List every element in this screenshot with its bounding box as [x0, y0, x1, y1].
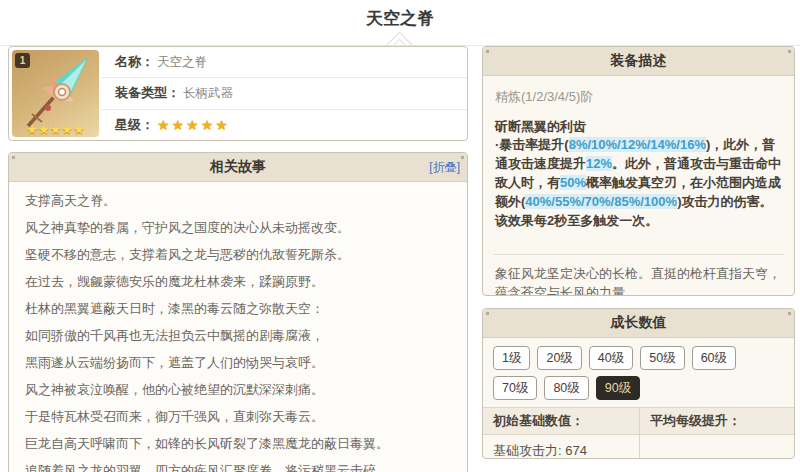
story-line: 在过去，觊觎蒙德安乐的魔龙杜林袭来，蹂躏原野。 [25, 275, 451, 289]
refine-rank-badge: 1 [15, 53, 30, 68]
story-line: 如同骄傲的千风再也无法担负云中飘摇的剧毒腐液， [25, 329, 451, 343]
name-label: 名称： [115, 53, 154, 71]
passive-skill-name: 斫断黑翼的利齿 [495, 118, 782, 135]
passive-skill-description: ·暴击率提升(8%/10%/12%/14%/16%)，此外，普通攻击速度提升12… [495, 135, 782, 230]
growth-table: 初始基础数值： 平均每级提升： 基础攻击力: 674 元素充能效率: 36.8% [483, 407, 794, 459]
description-divider [493, 254, 784, 255]
skill-text-segment: 8%/10%/12%/14%/16% [569, 137, 706, 152]
level-tab[interactable]: 80级 [544, 376, 588, 400]
level-tab[interactable]: 50级 [640, 346, 684, 370]
level-tab[interactable]: 60级 [692, 346, 736, 370]
type-value: 长柄武器 [183, 85, 233, 102]
skill-text-segment: 50% [560, 175, 586, 190]
story-line: 追随着风之龙的羽翼，四方的疾风汇聚席卷，将污秽黑云击碎。 [25, 464, 451, 472]
name-value: 天空之脊 [157, 54, 207, 71]
level-tabs: 1级20级40级50级60级70级80级90级 [483, 338, 794, 407]
description-body: 精炼(1/2/3/4/5)阶 斫断黑翼的利齿 ·暴击率提升(8%/10%/12%… [483, 76, 794, 296]
rarity-label: 星级： [115, 116, 154, 134]
story-line: 支撑高天之脊。 [25, 194, 451, 208]
info-row-type: 装备类型： 长柄武器 [101, 78, 467, 109]
growth-panel-title: 成长数值 [611, 314, 667, 332]
base-stats-cell: 基础攻击力: 674 元素充能效率: 36.8% [483, 435, 640, 459]
base-stats-column-header: 初始基础数值： [483, 408, 640, 435]
story-line: 于是特瓦林受召而来，御万千强风，直刺弥天毒云。 [25, 410, 451, 424]
story-line: 巨龙自高天呼啸而下，如锋的长风斫裂了漆黑魔龙的蔽日毒翼。 [25, 437, 451, 451]
story-line: 风之神真挚的眷属，守护风之国度的决心从未动摇改变。 [25, 221, 451, 235]
story-panel-title: 相关故事 [210, 158, 266, 176]
avg-per-level-cell [640, 435, 794, 459]
collapse-button[interactable]: [折叠] [429, 153, 460, 181]
story-panel-header: 相关故事 [折叠] [9, 153, 467, 182]
level-tab[interactable]: 20级 [537, 346, 581, 370]
avg-per-level-column-header: 平均每级提升： [640, 408, 794, 435]
level-tab[interactable]: 70级 [493, 376, 537, 400]
story-line: 风之神被哀泣唤醒，他的心被绝望的沉默深深刺痛。 [25, 383, 451, 397]
info-rows: 名称： 天空之脊 装备类型： 长柄武器 星级： ★★★★★ [101, 47, 467, 140]
rarity-stars: ★★★★★ [157, 117, 230, 133]
weapon-thumbnail: 1 ★★★★★ [12, 50, 99, 137]
info-row-rarity: 星级： ★★★★★ [101, 110, 467, 140]
refine-rank-label: 精炼(1/2/3/4/5)阶 [495, 88, 782, 106]
skill-text-segment: 40%/55%/70%/85%/100% [525, 194, 677, 209]
skill-text-segment: 12% [586, 156, 612, 171]
story-line: 坚硬不移的意志，支撑着风之龙与恶秽的仇敌誓死厮杀。 [25, 248, 451, 262]
description-panel: 装备描述 精炼(1/2/3/4/5)阶 斫断黑翼的利齿 ·暴击率提升(8%/10… [482, 46, 795, 296]
description-panel-title: 装备描述 [611, 52, 667, 70]
level-tab[interactable]: 40级 [589, 346, 633, 370]
thumbnail-star-rating: ★★★★★ [12, 122, 99, 137]
growth-panel-header: 成长数值 [483, 309, 794, 338]
base-attack-stat: 基础攻击力: 674 [493, 441, 629, 459]
skill-text-segment: ·暴击率提升( [495, 137, 569, 152]
weapon-info-card: 1 ★★★★★ 名称： 天空之脊 装备类型： 长柄武器 星级： ★★★★★ [8, 46, 468, 141]
story-body: 支撑高天之脊。风之神真挚的眷属，守护风之国度的决心从未动摇改变。坚硬不移的意志，… [9, 182, 467, 472]
level-tab[interactable]: 1级 [493, 346, 530, 370]
story-panel: 相关故事 [折叠] 支撑高天之脊。风之神真挚的眷属，守护风之国度的决心从未动摇改… [8, 152, 468, 472]
page-title: 天空之脊 [0, 7, 800, 30]
weapon-wiki-page: 天空之脊 1 ★★★★★ 名称： 天空之脊 [0, 0, 800, 472]
story-line: 杜林的黑翼遮蔽天日时，漆黑的毒云随之弥散天空： [25, 302, 451, 316]
growth-stats-panel: 成长数值 1级20级40级50级60级70级80级90级 初始基础数值： 平均每… [482, 308, 795, 459]
type-label: 装备类型： [115, 84, 180, 102]
story-line: 黑雨遂从云端纷扬而下，遮盖了人们的恸哭与哀呼。 [25, 356, 451, 370]
level-tab[interactable]: 90级 [596, 376, 640, 400]
flavor-text: 象征风龙坚定决心的长枪。直挺的枪杆直指天穹，蕴含苍空与长风的力量。 [495, 264, 782, 296]
info-row-name: 名称： 天空之脊 [101, 47, 467, 78]
description-panel-header: 装备描述 [483, 47, 794, 76]
